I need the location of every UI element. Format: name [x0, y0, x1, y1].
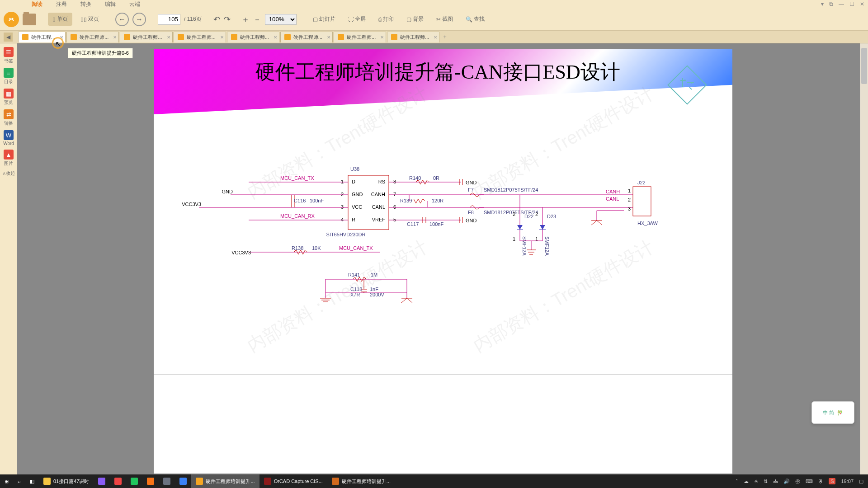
task-app-1[interactable] [94, 474, 110, 488]
slideshow-button[interactable]: ▢幻灯片 [308, 13, 340, 26]
task-app-2[interactable] [110, 474, 126, 488]
word-icon: W [4, 130, 14, 140]
zoom-in-icon[interactable]: ＋ [241, 14, 250, 25]
scrollbar-thumb[interactable] [861, 48, 867, 84]
close-tab-icon[interactable]: ✕ [113, 35, 117, 40]
single-page-button[interactable]: ▯ 单页 [48, 13, 72, 26]
print-button[interactable]: ⎙打印 [374, 13, 398, 26]
svg-text:1: 1 [341, 179, 344, 184]
background-button[interactable]: ▢背景 [402, 13, 428, 26]
svg-text:R138: R138 [292, 245, 303, 251]
redo-icon[interactable]: ↷ [224, 14, 231, 24]
next-page-button[interactable]: → [132, 13, 146, 26]
screenshot-button[interactable]: ✂截图 [432, 13, 458, 26]
close-tab-icon[interactable]: ✕ [434, 35, 437, 40]
tray-shield-icon[interactable]: ⛨ [818, 479, 823, 484]
doc-tab-7[interactable]: 硬件工程师...✕ [387, 32, 439, 42]
doc-tab-4[interactable]: 硬件工程师...✕ [227, 32, 279, 42]
svg-text:D23: D23 [547, 214, 556, 219]
minimize-icon[interactable]: — [839, 1, 844, 7]
doc-tab-2[interactable]: 硬件工程师...✕ [120, 32, 172, 42]
zoom-out-icon[interactable]: － [253, 14, 261, 25]
mode-tab-convert[interactable]: 转换 [80, 0, 91, 8]
maximize-icon[interactable]: ☐ [849, 1, 854, 7]
vertical-scrollbar[interactable] [860, 43, 868, 474]
fullscreen-button[interactable]: ⛶全屏 [344, 13, 370, 26]
doc-tab-3[interactable]: 硬件工程师...✕ [174, 32, 226, 42]
start-button[interactable]: ⊞ [0, 474, 13, 488]
task-pdf-reader[interactable]: 硬件工程师培训提升... [191, 474, 259, 488]
sidebar-image[interactable]: ▲图片 [4, 150, 14, 167]
svg-text:CANH: CANH [606, 189, 620, 194]
mode-tab-cloud[interactable]: 云端 [129, 0, 140, 8]
mode-tab-read[interactable]: 阅读 [32, 0, 42, 8]
mode-tab-annotate[interactable]: 注释 [56, 0, 67, 8]
tray-chevron-icon[interactable]: ˄ [736, 479, 738, 484]
add-tab-button[interactable]: ＋ [440, 33, 449, 42]
task-app-3[interactable] [126, 474, 142, 488]
sidebar-outline[interactable]: ≡目录 [4, 68, 14, 85]
app-icon [163, 478, 170, 485]
sidebar-bookmarks[interactable]: ☰书签 [4, 47, 14, 64]
search-icon: ⌕ [18, 479, 21, 484]
tray-volume-icon[interactable]: 🔊 [783, 479, 790, 484]
tray-usb-icon[interactable]: ⇅ [764, 479, 768, 484]
task-app-6[interactable] [175, 474, 191, 488]
bg-icon: ▢ [406, 16, 411, 23]
search-button[interactable]: 🔍查找 [461, 13, 489, 26]
mode-tab-edit[interactable]: 编辑 [105, 0, 116, 8]
tray-network-icon[interactable]: 🖧 [773, 479, 778, 484]
task-app-4[interactable] [142, 474, 159, 488]
tray-notifications-icon[interactable]: ▢ [859, 479, 863, 484]
close-tab-icon[interactable]: ✕ [274, 35, 277, 40]
tray-s-icon[interactable]: S [829, 478, 835, 484]
tray-wechat-icon[interactable]: ✳ [754, 479, 758, 484]
search-button[interactable]: ⌕ [13, 474, 25, 488]
svg-text:D22: D22 [524, 214, 533, 219]
svg-text:0R: 0R [433, 175, 439, 181]
task-explorer[interactable]: 01接口篇47课时 [39, 474, 94, 488]
open-folder-icon[interactable] [23, 14, 36, 25]
btn2-icon[interactable]: ⧉ [829, 1, 833, 7]
tray-time[interactable]: 19:07 [841, 479, 854, 484]
task-orcad[interactable]: OrCAD Capture CIS... [259, 474, 327, 488]
close-tab-icon[interactable]: ✕ [220, 35, 224, 40]
sidebar-toggle-button[interactable]: ◀ [4, 33, 13, 42]
task-powerpoint[interactable]: 硬件工程师培训提升... [327, 474, 395, 488]
mode-tabs: 阅读 注释 转换 编辑 云端 [32, 0, 140, 8]
sidebar-preview[interactable]: ▦预览 [4, 89, 14, 106]
sidebar-word[interactable]: WWord [3, 130, 14, 146]
doc-tab-5[interactable]: 硬件工程师...✕ [280, 32, 333, 42]
svg-rect-3 [668, 66, 707, 104]
doc-tab-1[interactable]: 硬件工程师...✕ [66, 32, 119, 42]
svg-text:J22: J22 [637, 180, 646, 185]
sidebar-convert[interactable]: ⇄转换 [4, 109, 14, 127]
pdf-icon [22, 34, 28, 40]
slide-title: 硬件工程师培训提升篇-CAN接口ESD设计 [255, 59, 620, 85]
svg-text:1M: 1M [371, 272, 377, 277]
document-tabs: ◀ 硬件工程...✕ 硬件工程师...✕ 硬件工程师...✕ 硬件工程师...✕… [0, 31, 868, 43]
close-tab-icon[interactable]: ✕ [327, 35, 330, 40]
task-app-5[interactable] [159, 474, 175, 488]
close-tab-icon[interactable]: ✕ [167, 35, 170, 40]
undo-icon[interactable]: ↶ [213, 14, 220, 24]
prev-page-button[interactable]: ← [115, 13, 129, 26]
doc-tab-6[interactable]: 硬件工程师...✕ [334, 32, 386, 42]
zoom-select[interactable]: 100% [265, 14, 297, 25]
page-number-input[interactable] [158, 14, 180, 25]
app-logo-icon[interactable] [4, 12, 19, 27]
tray-ime-icon[interactable]: ㊥ [795, 478, 800, 485]
btn1-icon[interactable]: ▾ [821, 1, 824, 7]
tray-keyboard-icon[interactable]: ⌨ [806, 479, 813, 484]
ime-floating-bar[interactable]: 中 简 🎋 [811, 401, 854, 424]
svg-text:120R: 120R [432, 198, 443, 203]
close-icon[interactable]: ✕ [860, 1, 864, 7]
sidebar-collapse[interactable]: ∧收起 [2, 170, 15, 177]
taskview-button[interactable]: ◧ [25, 474, 39, 488]
tray-cloud-icon[interactable]: ☁ [744, 479, 749, 484]
schematic-diagram: U38 SIT65HVD230DR 1D 2GND 3VCC 4R 8RS 7C… [172, 157, 732, 338]
svg-text:R139: R139 [400, 198, 412, 203]
close-tab-icon[interactable]: ✕ [380, 35, 384, 40]
double-page-button[interactable]: ▯▯ 双页 [76, 13, 104, 26]
windows-taskbar: ⊞ ⌕ ◧ 01接口篇47课时 硬件工程师培训提升... OrCAD Captu… [0, 474, 868, 488]
